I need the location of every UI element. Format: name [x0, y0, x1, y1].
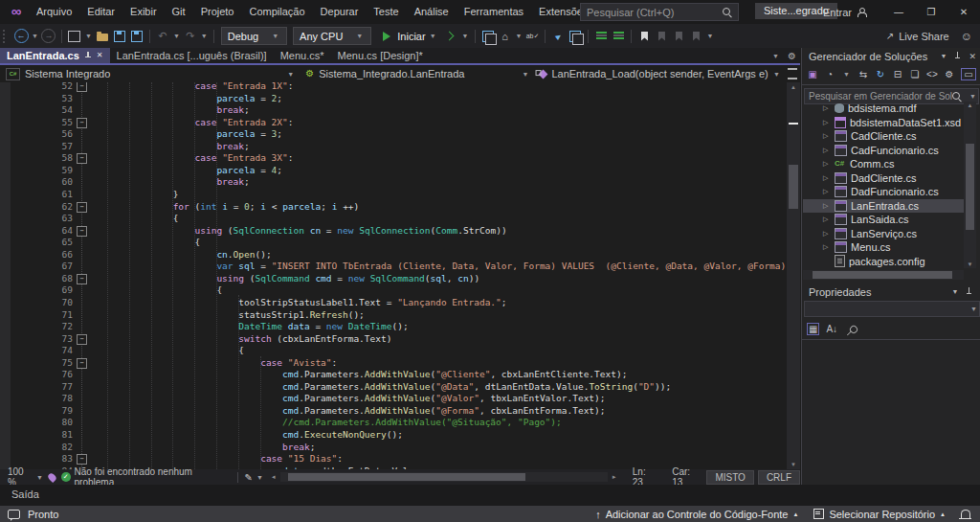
expand-chevron-icon[interactable]: ▷: [823, 243, 831, 251]
editor-split-handle[interactable]: [788, 68, 797, 79]
tree-item-lanservi-o-cs[interactable]: ▷LanServiço.cs: [803, 227, 964, 241]
tree-item-bdsistemadataset1-xsd[interactable]: ▷bdsistemaDataSet1.xsd: [803, 116, 964, 130]
editor-horizontal-scrollbar[interactable]: [280, 472, 608, 482]
feedback-icon[interactable]: ☺: [961, 30, 972, 43]
profiler-dropdown[interactable]: ▼: [462, 33, 469, 39]
save-all-icon[interactable]: [131, 31, 143, 42]
expand-chevron-icon[interactable]: ▷: [823, 132, 831, 140]
code-editor[interactable]: 52− case "Entrada 1X":53 parcela = 2;54 …: [0, 82, 787, 469]
refresh-icon[interactable]: ↻: [875, 69, 886, 79]
increase-indent-icon[interactable]: [613, 32, 624, 40]
menu-ferramentas[interactable]: Ferramentas: [457, 0, 531, 24]
tree-item-cadfuncionario-cs[interactable]: ▷CadFuncionario.cs: [803, 144, 964, 158]
menu-editar[interactable]: Editar: [79, 0, 122, 24]
decrease-indent-icon[interactable]: [596, 32, 607, 40]
editor-vertical-scrollbar[interactable]: ▲ ▼: [787, 82, 800, 469]
menu-projeto[interactable]: Projeto: [193, 0, 242, 24]
pin-icon[interactable]: [966, 287, 972, 296]
tree-item-lansaida-cs[interactable]: ▷LanSaida.cs: [803, 213, 964, 227]
new-project-dropdown[interactable]: ▼: [85, 33, 92, 39]
switch-views-icon[interactable]: ▣: [807, 69, 818, 79]
toolbar-grip[interactable]: [3, 30, 9, 43]
menu-compila-o[interactable]: Compilação: [241, 0, 312, 24]
tree-item-lanentrada-cs[interactable]: ▷LanEntrada.cs: [803, 199, 964, 214]
toggle-bookmark-icon[interactable]: [641, 32, 648, 41]
type-dropdown[interactable]: ⚙ Sistema_Integrado.LanEntrada: [305, 65, 464, 82]
menu-an-lise[interactable]: Análise: [407, 0, 457, 24]
tab-menu-cs[interactable]: Menu.cs*: [274, 48, 331, 63]
menu-arquivo[interactable]: Arquivo: [29, 0, 79, 24]
expand-chevron-icon[interactable]: ▷: [823, 104, 831, 112]
navigate-back-icon[interactable]: ←: [14, 29, 29, 43]
navigate-back-dropdown[interactable]: ▼: [32, 33, 38, 39]
fold-collapse-icon[interactable]: −: [77, 358, 87, 369]
scroll-up-icon[interactable]: ▲: [964, 102, 976, 108]
fold-collapse-icon[interactable]: −: [77, 226, 87, 237]
expand-chevron-icon[interactable]: ▷: [823, 160, 831, 168]
preview-selected-items-icon[interactable]: ▭: [961, 68, 976, 80]
filter-dropdown[interactable]: ▼: [843, 71, 850, 78]
fold-collapse-icon[interactable]: −: [77, 274, 87, 284]
notifications-bell-icon[interactable]: [961, 510, 970, 518]
property-pages-icon[interactable]: [848, 324, 858, 334]
navigate-forward-icon[interactable]: →: [41, 29, 56, 43]
chevron-down-icon[interactable]: ▼: [941, 53, 947, 59]
solution-configuration-dropdown[interactable]: Debug ▼: [221, 27, 287, 45]
minimize-button[interactable]: —: [882, 0, 915, 24]
pin-tab-icon[interactable]: [84, 52, 92, 59]
line-ending-mixed-indicator[interactable]: MISTO: [706, 470, 753, 485]
sign-in-button[interactable]: Entrar: [823, 0, 866, 24]
gear-icon[interactable]: ⚙: [788, 51, 796, 61]
tree-vertical-scrollbar[interactable]: ▲ ▼: [964, 102, 976, 268]
expand-chevron-icon[interactable]: ▷: [823, 119, 831, 126]
menu-exibir[interactable]: Exibir: [122, 0, 165, 24]
chevron-down-icon[interactable]: ▼: [287, 71, 294, 78]
start-without-debug-icon[interactable]: [445, 32, 455, 41]
expand-chevron-icon[interactable]: ▷: [823, 202, 831, 210]
menu-git[interactable]: Git: [165, 0, 193, 24]
fold-collapse-icon[interactable]: −: [77, 153, 87, 164]
project-dropdown[interactable]: C# Sistema Integrado: [0, 65, 110, 82]
tab-lanentrada-cs-ugu-s-brasil[interactable]: LanEntrada.cs [...uguês (Brasil)]: [110, 48, 274, 63]
open-documents-dropdown[interactable]: ▼: [772, 53, 779, 59]
add-to-source-control-button[interactable]: ↑ Adicionar ao Controle do Código-Fonte …: [595, 509, 798, 520]
new-project-icon[interactable]: [68, 31, 80, 42]
save-icon[interactable]: [114, 31, 125, 42]
tree-item-menu-cs[interactable]: ▷Menu.cs: [803, 240, 964, 255]
start-dropdown[interactable]: ▼: [430, 33, 436, 39]
spell-check-icon[interactable]: ab✓: [526, 33, 540, 40]
scroll-down-icon[interactable]: ▼: [964, 261, 976, 267]
sync-with-active-document-icon[interactable]: ⇆: [858, 69, 869, 79]
chevron-down-icon[interactable]: ▼: [773, 71, 780, 78]
expand-chevron-icon[interactable]: ▷: [823, 174, 831, 182]
solution-explorer-header[interactable]: Gerenciador de Soluções ▼ ✕: [802, 48, 980, 64]
fold-collapse-icon[interactable]: −: [77, 454, 87, 465]
tab-menu-cs-design[interactable]: Menu.cs [Design]*: [331, 48, 430, 63]
quick-search-box[interactable]: Pesquisar (Ctrl+Q): [580, 3, 739, 21]
view-code-icon[interactable]: <>: [926, 69, 938, 79]
start-debug-icon[interactable]: [383, 32, 390, 41]
tree-item-dadfuncionario-cs[interactable]: ▷DadFuncionario.cs: [803, 185, 964, 199]
fold-collapse-icon[interactable]: −: [77, 118, 87, 128]
show-all-files-icon[interactable]: ❏: [909, 69, 921, 79]
fold-collapse-icon[interactable]: −: [77, 202, 87, 213]
properties-header[interactable]: Propriedades ▼ ✕: [802, 284, 980, 300]
tree-item-packages-config[interactable]: packages.config: [803, 255, 964, 269]
feedback-bubble-icon[interactable]: [8, 510, 20, 519]
redo-dropdown[interactable]: ▼: [201, 33, 208, 39]
next-bookmark-icon[interactable]: [676, 32, 682, 41]
menu-depurar[interactable]: Depurar: [313, 0, 367, 24]
tree-item-bdsistema-mdf[interactable]: ▷bdsistema.mdf: [803, 102, 964, 116]
hot-reload-icon[interactable]: [47, 471, 57, 482]
undo-icon[interactable]: ↶: [158, 30, 167, 42]
pin-icon[interactable]: [954, 52, 961, 60]
maximize-button[interactable]: ❐: [915, 0, 947, 24]
search-options-dropdown[interactable]: ▼: [969, 93, 976, 100]
select-mode-icon[interactable]: ►: [552, 30, 565, 42]
undo-dropdown[interactable]: ▼: [173, 33, 180, 39]
expand-chevron-icon[interactable]: ▷: [823, 216, 831, 223]
pen-dropdown[interactable]: ▼: [256, 474, 263, 481]
tab-lanentrada-cs[interactable]: LanEntrada.cs✕: [0, 48, 110, 63]
eol-indicator[interactable]: CRLF: [758, 470, 800, 485]
redo-icon[interactable]: ↷: [186, 30, 194, 42]
